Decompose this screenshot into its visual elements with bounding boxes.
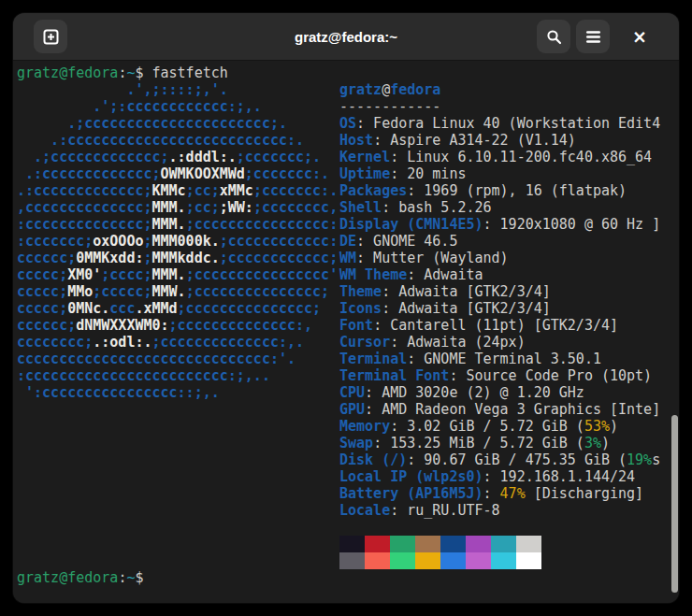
command-line: gratz@fedora:~$ fastfetch — [17, 64, 679, 81]
close-icon: × — [632, 26, 647, 47]
palette-swatch — [491, 536, 516, 552]
palette-swatch — [390, 552, 415, 569]
palette-swatch — [440, 536, 466, 552]
palette-swatch — [466, 536, 491, 552]
palette-swatch — [365, 536, 390, 552]
color-palette-row — [339, 536, 660, 552]
palette-swatch — [491, 552, 516, 569]
palette-swatch — [516, 536, 541, 552]
palette-swatch — [390, 536, 415, 552]
close-button[interactable]: × — [623, 20, 656, 53]
fastfetch-info: gratz@fedora------------OS: Fedora Linux… — [339, 81, 660, 569]
menu-button[interactable] — [576, 20, 610, 53]
scrollbar[interactable] — [671, 415, 678, 593]
headerbar: gratz@fedora:~ — [13, 13, 679, 61]
new-tab-icon — [43, 29, 59, 45]
palette-swatch — [466, 552, 491, 569]
search-icon — [546, 29, 562, 45]
fastfetch-fedora-logo: .',;::::;,'. .';:cccccccccccc:;,. .;cccc… — [17, 81, 339, 401]
new-tab-button[interactable] — [34, 20, 67, 53]
hamburger-menu-icon — [585, 30, 601, 44]
prompt-line: gratz@fedora:~$ — [17, 569, 679, 586]
palette-swatch — [339, 536, 365, 552]
terminal-window: gratz@fedora:~ — [13, 13, 679, 603]
palette-swatch — [516, 552, 541, 569]
palette-swatch — [415, 536, 440, 552]
palette-swatch — [339, 552, 365, 569]
palette-swatch — [440, 552, 466, 569]
color-palette-row — [339, 552, 660, 569]
search-button[interactable] — [537, 20, 570, 53]
palette-swatch — [365, 552, 390, 569]
terminal-screen[interactable]: gratz@fedora:~$ fastfetch .',;::::;,'. .… — [13, 61, 679, 603]
palette-swatch — [415, 552, 440, 569]
